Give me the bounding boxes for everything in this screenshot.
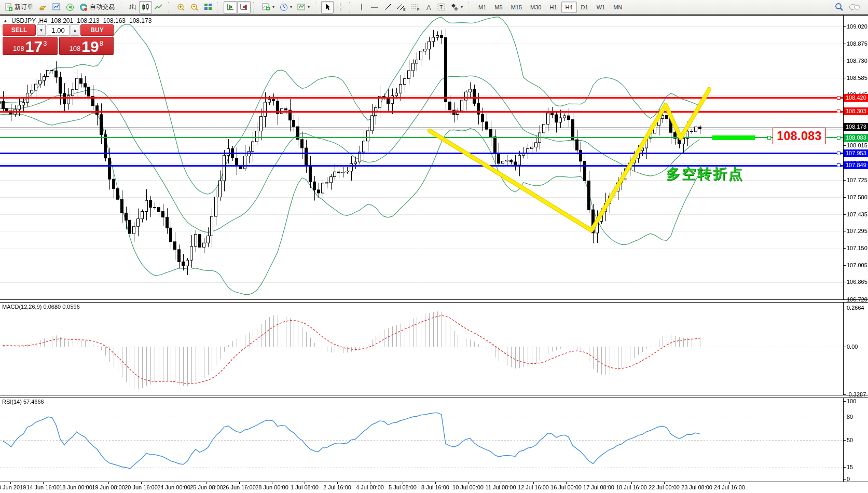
zoom-in-icon [177, 3, 185, 11]
toolbar-separator [168, 2, 172, 12]
new-order-button[interactable]: 新订单 [2, 1, 36, 13]
macd-pane-label: MACD(12,26,9) 0.0680 0.0596 [2, 304, 80, 310]
time-axis-label: 24 Jul 16:00 [714, 484, 745, 490]
signal-icon [66, 3, 74, 11]
fibonacci-button[interactable]: F [408, 1, 422, 13]
timeframe-h4-button[interactable]: H4 [561, 2, 577, 13]
rsi-tick-label: 50 [847, 437, 853, 444]
zoom-out-button[interactable] [188, 1, 201, 13]
chart-canvas[interactable] [0, 0, 868, 493]
buy-button[interactable]: BUY [80, 24, 114, 36]
shapes-icon [451, 3, 459, 11]
dropdown-caret-icon: ▾ [461, 5, 463, 9]
text-label-button[interactable]: T [435, 1, 448, 13]
clock-icon [280, 3, 288, 11]
line-endpoint-marker[interactable] [837, 96, 841, 100]
candlestick-chart-button[interactable] [139, 1, 152, 13]
time-axis-label: 18 Jun 00:00 [59, 484, 92, 490]
time-axis-label: 8 Jul 16:00 [421, 484, 449, 490]
signals-button[interactable] [63, 1, 77, 13]
auto-trading-icon [79, 3, 88, 11]
timeframe-d1-button[interactable]: D1 [577, 2, 593, 13]
toolbar-separator [253, 2, 257, 12]
line-endpoint-marker[interactable] [837, 152, 841, 155]
price-tick-mark [843, 145, 846, 146]
line-chart-button[interactable] [152, 1, 166, 13]
timeframe-m5-button[interactable]: M5 [490, 2, 506, 13]
time-axis-label: 20 Jun 16:00 [125, 484, 158, 490]
time-axis-label: 4 Jul 00:00 [356, 484, 384, 490]
equidistant-channel-button[interactable]: E [394, 1, 408, 13]
toolbar: 新订单 自动交易 [0, 0, 868, 15]
volume-input[interactable]: 1.00 [47, 24, 70, 36]
search-button[interactable] [832, 1, 846, 13]
price-tick-label: 109.020 [847, 23, 867, 30]
rsi-tick-mark [843, 401, 846, 402]
macd-tick-mark [843, 394, 846, 395]
crosshair-button[interactable] [334, 1, 347, 13]
time-axis-label: 28 Jun 00:00 [255, 484, 288, 490]
text-button[interactable]: A [422, 1, 435, 13]
price-line-tag: 108.303 [844, 107, 868, 115]
chat-button[interactable] [846, 1, 863, 13]
horizontal-line-icon [370, 5, 379, 10]
auto-scroll-button[interactable] [224, 1, 237, 13]
zoom-in-button[interactable] [174, 1, 188, 13]
price-tick-mark [843, 231, 846, 231]
time-axis-label: 2 Jul 16:00 [323, 484, 351, 490]
trendline-button[interactable] [381, 1, 394, 13]
history-center-button[interactable] [36, 1, 50, 13]
market-window-button[interactable] [50, 1, 63, 13]
price-tick-mark [843, 248, 846, 249]
turning-point-note[interactable]: 多空转折点 [666, 165, 744, 183]
rsi-tick-label: 80 [847, 414, 853, 420]
pane-divider[interactable] [0, 299, 868, 303]
search-icon [835, 3, 844, 11]
timeframe-mn-button[interactable]: MN [609, 2, 626, 13]
auto-scroll-icon [226, 3, 235, 11]
templates-button[interactable]: ▾ [295, 1, 312, 13]
periods-button[interactable]: ▾ [277, 1, 295, 13]
bar-chart-button[interactable] [126, 1, 139, 13]
price-tick-mark [843, 299, 846, 300]
volume-down-button[interactable]: ▼ [37, 24, 46, 36]
sell-button[interactable]: SELL [3, 24, 36, 36]
bar-chart-icon [129, 3, 136, 11]
line-endpoint-marker[interactable] [837, 163, 841, 167]
volume-up-button[interactable]: ▲ [71, 24, 79, 36]
chart-shift-icon [240, 3, 248, 11]
low-value: 108.163 [103, 17, 126, 24]
channel-icon: E [397, 3, 406, 11]
price-tick-label: 108.875 [847, 40, 867, 47]
line-endpoint-marker[interactable] [767, 136, 771, 140]
auto-trading-button[interactable]: 自动交易 [77, 1, 117, 13]
chart-top-border [0, 15, 868, 16]
line-endpoint-marker[interactable] [837, 136, 841, 140]
timeframe-m1-button[interactable]: M1 [474, 2, 490, 13]
line-endpoint-marker[interactable] [837, 109, 841, 113]
buy-price-display[interactable]: 108 19 8 [59, 37, 114, 55]
price-tick-label: 107.295 [847, 228, 867, 235]
price-tick-mark [843, 282, 846, 282]
tile-windows-button[interactable] [201, 1, 215, 13]
collapse-panel-icon[interactable]: ▲ [3, 18, 8, 23]
rsi-tick-mark [843, 479, 846, 480]
shapes-button[interactable]: ▾ [448, 1, 465, 13]
timeframe-m30-button[interactable]: M30 [526, 2, 545, 13]
timeframe-w1-button[interactable]: W1 [593, 2, 610, 13]
cursor-button[interactable] [321, 1, 334, 13]
vertical-line-button[interactable] [355, 1, 368, 13]
price-callout-label[interactable]: 108.083 [773, 128, 826, 144]
timeframe-h1-button[interactable]: H1 [545, 2, 561, 13]
chat-icon [849, 3, 860, 11]
timeframe-group: M1M5M15M30H1H4D1W1MN [474, 2, 626, 13]
indicators-button[interactable]: ▾ [259, 1, 277, 13]
pane-divider[interactable] [0, 395, 868, 398]
chart-shift-button[interactable] [237, 1, 251, 13]
sell-price-display[interactable]: 108 17 3 [3, 37, 58, 55]
cursor-icon [324, 3, 331, 11]
price-tick-mark [843, 180, 846, 181]
sell-price-prefix: 108 [13, 45, 24, 52]
horizontal-line-button[interactable] [368, 1, 381, 13]
timeframe-m15-button[interactable]: M15 [507, 2, 526, 13]
